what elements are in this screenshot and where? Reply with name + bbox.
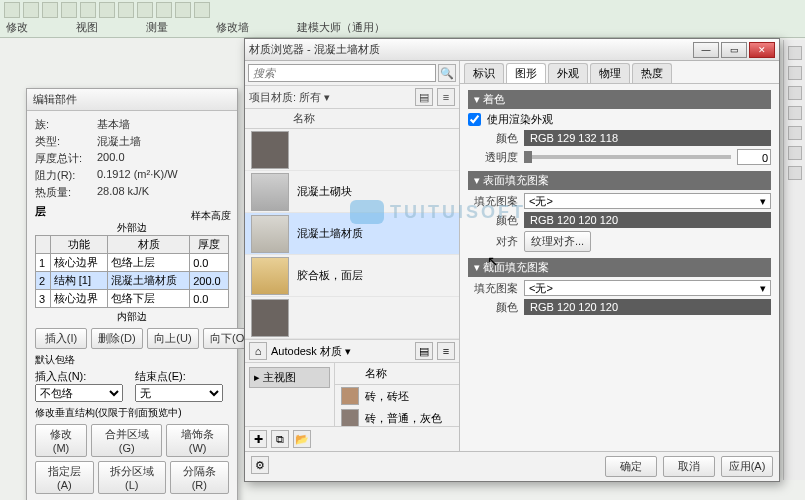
ribbon-icon[interactable] (23, 2, 39, 18)
insert-point-select[interactable]: 不包络 (35, 384, 123, 402)
ribbon-group: 建模大师（通用） (297, 20, 385, 37)
align-label: 对齐 (468, 234, 518, 249)
search-input[interactable] (248, 64, 436, 82)
trans-value[interactable]: 0 (737, 149, 771, 165)
color-value[interactable]: RGB 120 120 120 (524, 299, 771, 315)
ribbon-icon[interactable] (194, 2, 210, 18)
ribbon-icon[interactable] (42, 2, 58, 18)
label-r: 阻力(R): (35, 168, 91, 183)
material-item[interactable] (245, 297, 459, 339)
table-row[interactable]: 3核心边界包络下层0.0 (36, 290, 229, 308)
material-swatch (341, 387, 359, 405)
split-button[interactable]: 拆分区域(L) (98, 461, 166, 494)
material-item[interactable]: 混凝土砌块 (245, 171, 459, 213)
home-icon[interactable]: ⌂ (249, 342, 267, 360)
tab-4[interactable]: 热度 (632, 63, 672, 83)
pattern-select[interactable]: <无>▾ (524, 280, 771, 296)
group-surface-pattern[interactable]: ▾ 表面填充图案 (468, 171, 771, 190)
tree-root[interactable]: ▸ 主视图 (249, 367, 330, 388)
project-materials-label[interactable]: 项目材质: 所有 ▾ (249, 90, 330, 105)
create-material-icon[interactable]: ✚ (249, 430, 267, 448)
ribbon-icon[interactable] (61, 2, 77, 18)
tab-2[interactable]: 外观 (548, 63, 588, 83)
table-row[interactable]: 2结构 [1]混凝土墙材质200.0 (36, 272, 229, 290)
breadcrumb-lib[interactable]: Autodesk 材质 ▾ (271, 344, 351, 359)
col-material: 材质 (108, 236, 190, 254)
color-value[interactable]: RGB 129 132 118 (524, 130, 771, 146)
ribbon-icon[interactable] (4, 2, 20, 18)
ok-button[interactable]: 确定 (605, 456, 657, 477)
close-button[interactable]: ✕ (749, 42, 775, 58)
col-thickness: 厚度 (190, 236, 229, 254)
ribbon-group: 测量 (146, 20, 168, 37)
group-shading[interactable]: ▾ 着色 (468, 90, 771, 109)
view-list-icon[interactable]: ▤ (415, 342, 433, 360)
dialog-titlebar[interactable]: 材质浏览器 - 混凝土墙材质 — ▭ ✕ (245, 39, 779, 61)
maximize-button[interactable]: ▭ (721, 42, 747, 58)
label-thick: 厚度总计: (35, 151, 91, 166)
cancel-button[interactable]: 取消 (663, 456, 715, 477)
view-list-icon[interactable]: ▤ (415, 88, 433, 106)
use-render-label: 使用渲染外观 (487, 112, 553, 127)
ribbon-icon[interactable] (156, 2, 172, 18)
end-point-label: 结束点(E): (135, 369, 223, 384)
label-family: 族: (35, 117, 91, 132)
ribbon-icons (4, 2, 210, 18)
open-library-icon[interactable]: 📂 (293, 430, 311, 448)
library-item[interactable]: 砖，砖坯 (335, 385, 459, 407)
tab-1[interactable]: 图形 (506, 63, 546, 83)
color-label: 颜色 (468, 131, 518, 146)
ribbon-icon[interactable] (175, 2, 191, 18)
library-tree: ▸ 主视图 (245, 363, 335, 426)
search-icon[interactable]: 🔍 (438, 64, 456, 82)
trans-label: 透明度 (468, 150, 518, 165)
sweep-button[interactable]: 墙饰条(W) (166, 424, 229, 457)
apply-button[interactable]: 应用(A) (721, 456, 773, 477)
pattern-select[interactable]: <无>▾ (524, 193, 771, 209)
ribbon-icon[interactable] (99, 2, 115, 18)
ribbon-group: 修改 (6, 20, 28, 37)
pattern-label: 填充图案 (468, 281, 518, 296)
right-panel-collapsed[interactable] (783, 40, 805, 480)
use-render-checkbox[interactable] (468, 113, 481, 126)
ribbon-icon[interactable] (80, 2, 96, 18)
minimize-button[interactable]: — (693, 42, 719, 58)
assign-button[interactable]: 指定层(A) (35, 461, 94, 494)
group-cut-pattern[interactable]: ▾ 截面填充图案 (468, 258, 771, 277)
merge-button[interactable]: 合并区域(G) (91, 424, 162, 457)
tab-0[interactable]: 标识 (464, 63, 504, 83)
material-item[interactable]: 胶合板，面层 (245, 255, 459, 297)
color-value[interactable]: RGB 120 120 120 (524, 212, 771, 228)
modify-button[interactable]: 修改(M) (35, 424, 87, 457)
ribbon-icon[interactable] (118, 2, 134, 18)
material-item[interactable]: 混凝土墙材质 (245, 213, 459, 255)
color-label: 颜色 (468, 300, 518, 315)
duplicate-icon[interactable]: ⧉ (271, 430, 289, 448)
reveal-button[interactable]: 分隔条(R) (170, 461, 229, 494)
view-options-icon[interactable]: ≡ (437, 342, 455, 360)
outer-edge-label: 外部边 (35, 221, 229, 235)
value-r: 0.1912 (m²·K)/W (97, 168, 229, 183)
ribbon-group: 修改墙 (216, 20, 249, 37)
ribbon-icon[interactable] (137, 2, 153, 18)
color-label: 颜色 (468, 213, 518, 228)
align-button[interactable]: 纹理对齐... (524, 231, 591, 252)
material-item[interactable] (245, 129, 459, 171)
trans-slider[interactable] (524, 155, 731, 159)
delete-button[interactable]: 删除(D) (91, 328, 143, 349)
view-options-icon[interactable]: ≡ (437, 88, 455, 106)
end-point-select[interactable]: 无 (135, 384, 223, 402)
settings-icon[interactable]: ⚙ (251, 456, 269, 474)
tab-3[interactable]: 物理 (590, 63, 630, 83)
value-family: 基本墙 (97, 117, 229, 132)
project-material-list: 混凝土砌块混凝土墙材质胶合板，面层 (245, 129, 459, 339)
library-list: 名称 砖，砖坯砖，普通，灰色砖，普通，红色砖，普通，褐色砖，普通，红色砖，铺设材… (335, 363, 459, 426)
table-row[interactable]: 1核心边界包络上层0.0 (36, 254, 229, 272)
sample-height-label: 样本高度 (191, 209, 231, 223)
up-button[interactable]: 向上(U) (147, 328, 199, 349)
dialog-title: 材质浏览器 - 混凝土墙材质 (249, 42, 691, 57)
insert-button[interactable]: 插入(I) (35, 328, 87, 349)
material-thumb (251, 257, 289, 295)
library-item[interactable]: 砖，普通，灰色 (335, 407, 459, 426)
dialog-title: 编辑部件 (27, 89, 237, 111)
